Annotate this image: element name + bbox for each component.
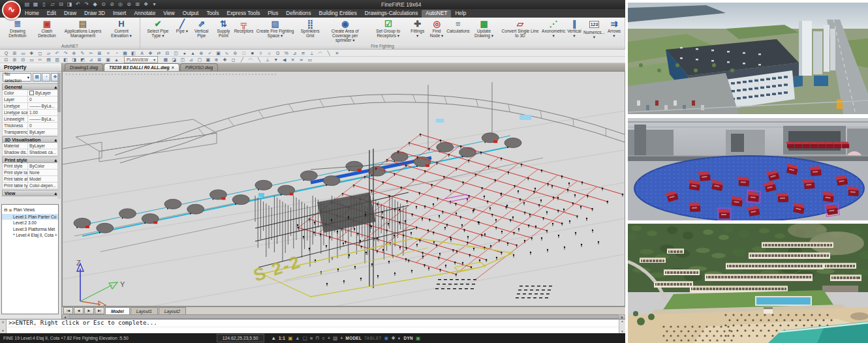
graphics-performance-icon[interactable]: ▨ <box>333 335 337 342</box>
toolbar-icon[interactable]: ▲ <box>112 57 121 63</box>
property-value[interactable]: ———ByLa... <box>28 116 59 122</box>
layout-tab-layout2[interactable]: Layout2 <box>159 307 186 315</box>
toolbar-icon[interactable]: ◻ <box>229 57 238 63</box>
property-value[interactable]: 0 <box>28 97 59 102</box>
toolbar-icon[interactable]: ⌂ <box>265 50 273 56</box>
property-value[interactable]: ByLayer <box>28 129 59 135</box>
quick-access-icon[interactable]: ↷ <box>83 1 90 8</box>
toolbar-icon[interactable]: ▣ <box>104 57 112 63</box>
drawing-tab-piroiso-dwg[interactable]: PIROISO.dwg <box>180 63 219 71</box>
toolbar-icon[interactable]: ✓ <box>206 50 214 56</box>
quick-access-icon[interactable]: ⊞ <box>134 1 141 8</box>
toolbar-icon[interactable]: ╲ <box>255 57 263 63</box>
annotation-scale-value[interactable]: 1:1 <box>279 336 285 340</box>
drawing-tab-t8238-b3-dalli-r0-all-dwg[interactable]: T8238 B3 DALLI R0 ALL.dwg× <box>104 63 179 71</box>
pick-object-icon[interactable]: ◔ <box>42 73 50 82</box>
applications-layers-management-button[interactable]: ▤Applications Layers Management <box>61 18 105 43</box>
section-header-3d-visualisation[interactable]: 3D Visualisation▴ <box>2 136 59 143</box>
menu-draw-3d[interactable]: Draw 3D <box>80 10 109 18</box>
close-icon[interactable]: × <box>172 65 174 70</box>
dyn-input-icon[interactable]: ▣ <box>416 335 420 342</box>
toolbar-icon[interactable]: ◠ <box>316 50 324 56</box>
toolbar-icon[interactable]: A <box>138 50 146 56</box>
property-value[interactable]: 1.00 <box>28 110 59 115</box>
toolbar-icon[interactable]: ⊥ <box>307 50 316 56</box>
menu-view[interactable]: View <box>159 10 179 18</box>
collapse-icon[interactable]: ▴ <box>54 190 57 196</box>
menu-autonet[interactable]: AutoNET <box>422 10 451 18</box>
tree-root-plan-views[interactable]: ⊟ ▣ Plan Views <box>2 207 58 214</box>
toolbar-icon[interactable]: ⊟ <box>19 57 27 63</box>
moon-icon[interactable]: ◐ <box>398 335 401 342</box>
toolbar-icon[interactable]: ⊚ <box>231 50 240 56</box>
toolbar-icon[interactable]: ◠ <box>246 57 255 63</box>
toolbar-icon[interactable]: ▭ <box>19 50 27 56</box>
axonometric-button[interactable]: ⋰Axonometric ▾ <box>541 18 566 43</box>
status-blue-dot-icon[interactable]: ◉ <box>384 335 389 342</box>
quick-access-icon[interactable]: ◆ <box>91 1 99 8</box>
toolbar-icon[interactable]: ◩ <box>78 57 87 63</box>
convert-single-line-to-3d-button[interactable]: ▱Convert Single Line to 3D <box>499 18 542 43</box>
supply-point-button[interactable]: ⇅Supply Point <box>212 18 234 43</box>
toolbar-icon[interactable]: ◫ <box>178 57 187 63</box>
toolbar-icon[interactable]: ◧ <box>129 50 138 56</box>
section-header-view[interactable]: View▴ <box>2 190 59 196</box>
toolbar-icon[interactable]: ◻ <box>36 50 44 56</box>
tablet-label[interactable]: TABLET <box>364 336 382 340</box>
property-value[interactable]: Model <box>28 176 59 182</box>
toolbar-icon[interactable]: ↷ <box>61 50 70 56</box>
toolbar-icon[interactable]: ◔ <box>112 50 121 56</box>
quick-access-icon[interactable]: ⊙ <box>100 1 107 8</box>
toolbar-icon[interactable]: ⇄ <box>155 50 163 56</box>
quick-access-icon[interactable]: ↶ <box>74 1 82 8</box>
vertical-button[interactable]: ∥Vertical ▾ <box>566 18 583 43</box>
units-icon[interactable]: ⊓ <box>315 335 319 342</box>
layout-tab-layout1[interactable]: Layout1 <box>131 307 158 315</box>
toolbar-icon[interactable]: ▭ <box>27 57 36 63</box>
annotation-autoscale-icon[interactable]: ▲ <box>295 335 300 342</box>
set-group-to-receptors-button[interactable]: ☑Set Group to Receptors ▾ <box>367 18 409 43</box>
property-value[interactable]: None <box>28 170 59 175</box>
quick-access-icon[interactable]: ⊘ <box>108 1 116 8</box>
section-header-print-style[interactable]: Print style▴ <box>2 157 59 163</box>
toolbar-icon[interactable]: % <box>282 50 290 56</box>
property-value[interactable]: ByLayer <box>28 90 59 96</box>
toolbar-icon[interactable]: ≋ <box>299 50 307 56</box>
menu-output[interactable]: Output <box>179 10 203 18</box>
model-space-label[interactable]: MODEL <box>346 336 362 340</box>
selection-dropdown[interactable]: No selection ▾ <box>3 73 31 82</box>
receptors-button[interactable]: ╦Receptors <box>234 18 253 43</box>
property-value[interactable]: Shadows ca... <box>28 149 59 155</box>
toolbar-icon[interactable]: ⊗ <box>197 50 206 56</box>
toolbar-icon[interactable]: ✂ <box>36 57 44 63</box>
toolbar-icon[interactable]: ⊡ <box>2 57 10 63</box>
property-value[interactable]: 0 <box>28 123 59 128</box>
toolbar-icon[interactable]: ∿ <box>223 50 231 56</box>
tree-item-level-3-platforma-met[interactable]: Level:3 Platforma Met <box>2 226 58 233</box>
toolbar-icon[interactable]: ▱ <box>44 50 53 56</box>
toolbar-icon[interactable]: ⊞ <box>10 57 19 63</box>
isolate-objects-icon[interactable]: ○ <box>322 335 325 342</box>
scroll-left-icon[interactable]: ◀ <box>62 314 68 319</box>
tree-item-level-1-plan-parter-co[interactable]: Level:1 Plan Parter Co <box>2 214 58 220</box>
quick-access-icon[interactable]: ◎ <box>117 1 124 8</box>
menu-building-entities[interactable]: Building Entities <box>315 10 361 18</box>
drawing-viewport[interactable]: S 2-2 Z Y X <box>62 71 625 306</box>
toolbar-icon[interactable]: ▦ <box>161 57 170 63</box>
property-scrollbar[interactable] <box>57 72 61 199</box>
tree-item-level-2-3-00[interactable]: Level:2 3.00 <box>2 220 58 226</box>
toolbar-icon[interactable]: ■ <box>248 50 256 56</box>
annotation-scale-icon[interactable]: ▲ <box>271 335 276 342</box>
menu-edit[interactable]: Edit <box>43 10 60 18</box>
toolbar-icon[interactable]: ◀ <box>280 57 288 63</box>
quick-access-icon[interactable]: ◨ <box>66 1 73 8</box>
toolbar-icon[interactable]: ⊠ <box>95 57 104 63</box>
sprinklers-grid-button[interactable]: ⣿Sprinklers Grid <box>298 18 323 43</box>
drawing-tab-drawing1-dwg[interactable]: Drawing1.dwg <box>65 63 103 71</box>
collapse-icon[interactable]: ▴ <box>54 157 57 162</box>
toolbar-icon[interactable]: ⊕ <box>212 57 221 63</box>
property-value[interactable]: Color-depen... <box>28 183 59 188</box>
vertical-pipe-button[interactable]: ⇗Vertical Pipe <box>191 18 213 43</box>
close-icon[interactable]: ✕ <box>1 320 5 324</box>
toolbar-icon[interactable]: ◧ <box>61 57 70 63</box>
